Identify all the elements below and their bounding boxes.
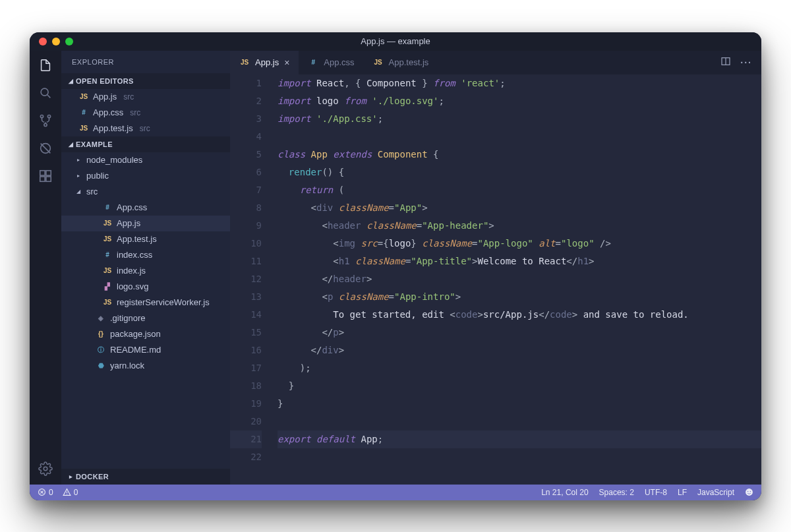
svg-rect-8	[46, 170, 51, 175]
folder-item[interactable]: ◢src	[61, 184, 230, 200]
tab-label: App.test.js	[389, 57, 429, 67]
file-item[interactable]: #App.css	[61, 200, 230, 216]
svg-rect-10	[46, 176, 51, 181]
settings-icon[interactable]	[38, 461, 53, 477]
explorer-sidebar: EXPLORER ◢OPEN EDITORS JSApp.jssrc#App.c…	[61, 51, 230, 485]
more-actions-icon[interactable]: ···	[740, 57, 752, 68]
open-editors-label: OPEN EDITORS	[76, 77, 134, 85]
file-item[interactable]: ◈.gitignore	[61, 310, 230, 326]
editor-actions: ···	[720, 51, 761, 74]
svg-point-11	[44, 467, 47, 471]
project-label: EXAMPLE	[76, 140, 113, 148]
file-item[interactable]: JSindex.js	[61, 263, 230, 279]
docker-label: DOCKER	[76, 473, 109, 481]
activity-bar	[30, 51, 61, 485]
window-title: App.js — example	[30, 36, 761, 46]
file-tree: ▸node_modules▸public◢src#App.cssJSApp.js…	[61, 152, 230, 469]
status-eol[interactable]: LF	[678, 488, 687, 497]
svg-point-0	[41, 88, 48, 96]
file-item[interactable]: JSApp.test.js	[61, 231, 230, 247]
open-editors-list: JSApp.jssrc#App.csssrcJSApp.test.jssrc	[61, 89, 230, 136]
minimize-window-icon[interactable]	[52, 38, 60, 45]
svg-rect-7	[40, 170, 45, 175]
file-item[interactable]: ▞logo.svg	[61, 279, 230, 295]
zoom-window-icon[interactable]	[65, 38, 73, 45]
editor-tab[interactable]: #App.css	[299, 51, 363, 74]
extensions-icon[interactable]	[38, 168, 53, 184]
project-header[interactable]: ◢EXAMPLE	[61, 136, 230, 152]
folder-item[interactable]: ▸node_modules	[61, 152, 230, 168]
source-control-icon[interactable]	[38, 113, 53, 129]
status-encoding[interactable]: UTF-8	[645, 488, 667, 497]
close-window-icon[interactable]	[39, 38, 47, 45]
tab-label: App.js	[255, 57, 279, 67]
open-editor-item[interactable]: JSApp.test.jssrc	[61, 121, 230, 136]
status-warnings[interactable]: 0	[63, 488, 78, 497]
svg-point-19	[746, 488, 753, 496]
status-feedback-icon[interactable]	[745, 488, 753, 496]
open-editors-header[interactable]: ◢OPEN EDITORS	[61, 73, 230, 89]
file-item[interactable]: JSApp.js	[61, 216, 230, 231]
code-editor[interactable]: 12345678910111213141516171819202122 impo…	[230, 74, 761, 485]
file-item[interactable]: #index.css	[61, 247, 230, 263]
folder-item[interactable]: ▸public	[61, 168, 230, 184]
svg-point-2	[40, 115, 43, 117]
editor-tabs: JSApp.js×#App.cssJSApp.test.js ···	[230, 51, 761, 74]
status-language[interactable]: JavaScript	[697, 488, 734, 497]
docker-header[interactable]: ▸DOCKER	[61, 469, 230, 485]
open-editor-item[interactable]: #App.csssrc	[61, 105, 230, 121]
code-content[interactable]: import React, { Component } from 'react'…	[274, 74, 761, 485]
svg-line-1	[47, 94, 51, 98]
status-indent[interactable]: Spaces: 2	[599, 488, 634, 497]
close-tab-icon[interactable]: ×	[284, 57, 289, 68]
file-item[interactable]: JSregisterServiceWorker.js	[61, 295, 230, 310]
editor-tab[interactable]: JSApp.js×	[230, 51, 299, 74]
status-bar: 0 0 Ln 21, Col 20 Spaces: 2 UTF-8 LF Jav…	[30, 485, 761, 500]
sidebar-title: EXPLORER	[61, 51, 230, 73]
explorer-icon[interactable]	[38, 57, 53, 73]
svg-point-21	[750, 491, 751, 492]
debug-icon[interactable]	[38, 140, 53, 156]
svg-point-18	[67, 494, 67, 494]
open-editor-item[interactable]: JSApp.jssrc	[61, 89, 230, 105]
file-item[interactable]: ⬣yarn.lock	[61, 358, 230, 374]
line-gutter: 12345678910111213141516171819202122	[230, 74, 274, 485]
main-area: EXPLORER ◢OPEN EDITORS JSApp.jssrc#App.c…	[30, 51, 761, 485]
editor-tab[interactable]: JSApp.test.js	[364, 51, 438, 74]
tab-label: App.css	[324, 57, 354, 67]
status-cursor-position[interactable]: Ln 21, Col 20	[541, 488, 588, 497]
svg-point-4	[44, 123, 47, 126]
editor-group: JSApp.js×#App.cssJSApp.test.js ··· 12345…	[230, 51, 761, 485]
svg-point-3	[47, 115, 50, 117]
titlebar[interactable]: App.js — example	[30, 32, 761, 51]
traffic-lights	[30, 38, 73, 45]
svg-rect-9	[40, 176, 45, 181]
file-item[interactable]: {}package.json	[61, 326, 230, 342]
split-editor-icon[interactable]	[720, 56, 731, 69]
svg-point-20	[747, 491, 748, 492]
file-item[interactable]: ⓘREADME.md	[61, 342, 230, 358]
status-errors[interactable]: 0	[38, 488, 53, 497]
search-icon[interactable]	[38, 85, 53, 101]
editor-window: App.js — example EXPLORER	[30, 32, 761, 500]
